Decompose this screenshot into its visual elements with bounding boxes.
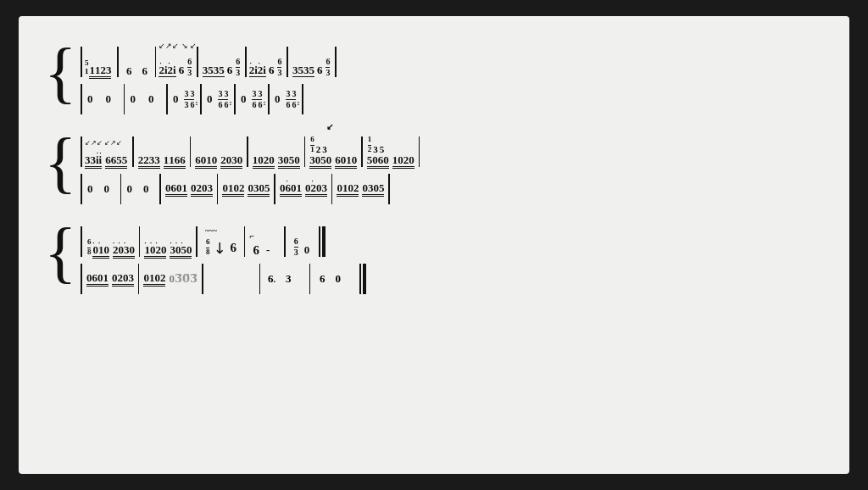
lower-dots-4: : xyxy=(297,98,299,107)
note-i-b: i xyxy=(173,64,176,76)
barline-5 xyxy=(287,47,288,77)
note-group-r3-0610: 0· 1· 0 xyxy=(92,244,109,257)
dash-r3: - xyxy=(266,243,270,257)
note-group-6655: 6 6 5 5 xyxy=(105,154,127,167)
bot-3c: 3 xyxy=(277,68,281,77)
brace-2: { xyxy=(44,123,76,208)
note-5i: 5 xyxy=(380,144,385,154)
lower-r3-0102: 0 1 0 2 xyxy=(143,272,165,285)
note-2i: 2 xyxy=(316,144,321,154)
lower-note-0203-dot: 0 2· 0 3 xyxy=(305,182,327,195)
lower-note-0203: 0 2 0 3 xyxy=(191,182,213,195)
note-group-3535-b: 3 5 3 5 xyxy=(292,64,314,77)
lower-r2-bar-6 xyxy=(388,174,390,204)
stacked-6-3b: 6 3 xyxy=(236,57,240,77)
lower-note-0305: 0 3 0 5 xyxy=(248,182,270,195)
rest-0-5: 0 xyxy=(173,92,179,106)
note-6b: 6 xyxy=(142,65,147,77)
lower-bot-36: 36 xyxy=(184,100,194,109)
note-5f: 5 xyxy=(122,154,128,166)
lower-stacked-4: 33 66 xyxy=(286,89,296,109)
lower-bot-66b: 66 xyxy=(252,100,262,109)
staff-upper-1: 5 1 1 1 2 3 6 6 xyxy=(78,33,824,80)
stacked-6-3c: 6 3 xyxy=(277,57,281,77)
rest-0-4: 0 xyxy=(148,92,154,106)
note-r3-6-end: 6 xyxy=(230,241,236,255)
barline-r2-1 xyxy=(132,136,134,167)
brace-1: { xyxy=(44,33,76,118)
note-group-3535: 3 5 3 5 xyxy=(203,64,225,77)
note-5b: 5 xyxy=(219,64,225,76)
note-group-2030: 2 0 3 0 xyxy=(220,154,242,167)
barline-r2-3 xyxy=(247,136,248,167)
lower-r2-bar-3 xyxy=(217,174,219,204)
top-6-r3c: 6 xyxy=(294,237,298,248)
rest-0-1: 0 xyxy=(87,92,93,106)
note-group-33ii: 3 3 i· i· xyxy=(85,154,102,167)
lower-sub-row-b: 5 0 6 0 1 0 2 0 xyxy=(367,154,415,167)
staff-rows-3: 6 8 0· 1· 0 2· 0· 3· 0 xyxy=(78,213,824,298)
lower-1a: 1 xyxy=(181,182,187,194)
barline-1 xyxy=(117,47,119,77)
rest-r3-0: 0 xyxy=(304,243,310,257)
stacked-6-3-r3: 6 3 xyxy=(294,237,298,257)
lower-r2-0b: 0 xyxy=(103,182,109,196)
lower-note-0102: 0 1 0 2 xyxy=(222,182,244,195)
note-group-2i2i: 2· i 2· i xyxy=(159,64,175,77)
bot-3b: 3 xyxy=(236,68,240,77)
lower-2b: 2 xyxy=(239,182,245,194)
lower-1c: 1 xyxy=(296,182,302,194)
note-5060: 5 0 6 0 xyxy=(367,154,389,167)
lower-barline-1 xyxy=(124,84,125,114)
note-6010b: 6 0 1 0 xyxy=(335,154,357,167)
lower-r3-3a: 3 xyxy=(128,272,134,284)
lower-r2-bar-4 xyxy=(274,174,275,204)
lower-r3-bar-2 xyxy=(202,264,203,294)
lower-5a: 5 xyxy=(264,182,270,194)
lower-barline-5 xyxy=(268,84,270,114)
stacked-6-3: 6 3 xyxy=(187,57,192,77)
lower-r3-2b: 2 xyxy=(160,272,166,284)
note-lower-r3-0: 0 xyxy=(336,272,342,286)
staff-lower-2: 0 0 0 0 0 6 0 1 0 2 xyxy=(78,170,824,208)
super-1: 1 xyxy=(85,67,89,75)
note-6e: 6 xyxy=(269,64,275,77)
staff-lower-1: 0 0 0 0 0 33 36 : 0 33 66 : xyxy=(78,80,824,118)
note-0l: 0 xyxy=(352,154,358,166)
note-r3-6b: 6 xyxy=(253,243,259,258)
rest-0-8: 0 xyxy=(275,92,281,106)
lower-dots-1: : xyxy=(195,98,198,107)
thin-bar-2 xyxy=(359,264,361,294)
note-0n: 0 xyxy=(383,154,389,166)
rest-0-7: 0 xyxy=(241,92,247,106)
upper-sub-row-b: 1 2 3 5 xyxy=(367,136,386,154)
super-5: 5 xyxy=(85,58,89,67)
note-r3-0b: 0 xyxy=(103,244,109,256)
lower-r3-1a: 1 xyxy=(103,272,108,284)
lower-5b: 5 xyxy=(379,182,385,194)
note-6j: 6 xyxy=(180,154,186,166)
bot-3d: 3 xyxy=(326,68,330,77)
lower-note-0601: 0 6 0 1 xyxy=(165,182,187,195)
barline-3 xyxy=(197,47,198,77)
note-i-f: i· xyxy=(99,154,103,166)
note-group-1123: 1 1 2 3 xyxy=(89,64,111,77)
lower-r2-bar-5 xyxy=(331,174,333,204)
note-0f: 0 xyxy=(269,154,275,166)
lower-top-33b: 33 xyxy=(218,89,228,100)
lower-top-33c: 33 xyxy=(252,89,262,100)
note-3h: 3 xyxy=(154,154,160,166)
barline-4 xyxy=(245,47,247,77)
note-group-2i2i-b: 2· i 2· i xyxy=(249,64,266,77)
note-0h: 0 xyxy=(294,154,300,166)
lower-r3-bar-0 xyxy=(81,264,82,294)
note-group-3050: 3 0 5 0 xyxy=(278,154,300,167)
note-lower-r3-3: 3 xyxy=(286,272,292,286)
staff-upper-2: ↙↗↙ ↙↗↙ 3 3 i· i· 6 6 5 5 xyxy=(78,123,824,170)
staff-rows-1: 5 1 1 1 2 3 6 6 xyxy=(78,33,824,118)
thin-bar-1 xyxy=(319,226,320,257)
note-6d: 6 xyxy=(227,64,233,77)
note-group-r3-2030: 2· 0· 3· 0 xyxy=(113,244,135,257)
stacked-1-2: 1 2 xyxy=(368,136,372,154)
lower-sub-row-a: 3 0 5 0 6 0 1 0 xyxy=(309,154,357,167)
